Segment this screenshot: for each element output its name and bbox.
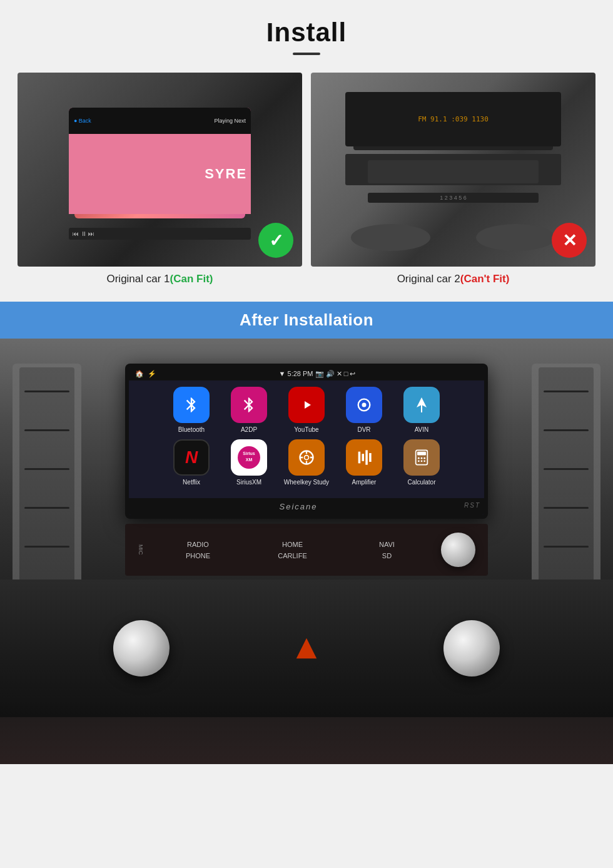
avin-label: AVIN bbox=[415, 426, 429, 433]
brand-bar: Seicane RST bbox=[129, 498, 484, 515]
siriusxm-icon-img: Sirius XM bbox=[231, 439, 267, 476]
app-avin[interactable]: AVIN bbox=[396, 387, 447, 433]
a2dp-label: A2DP bbox=[241, 426, 257, 433]
status-left: 🏠 ⚡ bbox=[135, 370, 156, 378]
right-knob-large[interactable] bbox=[443, 620, 500, 677]
interior-bottom bbox=[0, 580, 613, 717]
amplifier-icon-img bbox=[346, 439, 382, 476]
car1-badge: ✓ bbox=[258, 223, 293, 258]
svg-text:XM: XM bbox=[246, 457, 253, 462]
car1-image-wrapper: ● Back Playing Next SYRE ⏮ ⏸ ⏭ ✓ bbox=[18, 73, 302, 267]
home-btn[interactable]: HOME bbox=[248, 541, 337, 548]
screen: 🏠 ⚡ ▼ 5:28 PM 📷 🔊 ✕ □ ↩ bbox=[129, 367, 484, 515]
dvr-label: DVR bbox=[357, 426, 370, 433]
signal-icon: ▼ bbox=[279, 370, 288, 377]
rst-label: RST bbox=[464, 502, 480, 509]
page-title: Install bbox=[0, 18, 613, 48]
app-row-1: Bluetooth A2DP YouTube bbox=[138, 387, 475, 433]
svg-text:Sirius: Sirius bbox=[243, 451, 255, 456]
netflix-icon-img: N bbox=[173, 439, 210, 476]
app-youtube[interactable]: YouTube bbox=[281, 387, 332, 433]
calculator-label: Calculator bbox=[407, 479, 435, 486]
page-header: Install bbox=[0, 0, 613, 61]
phone-btn[interactable]: PHONE bbox=[154, 552, 242, 559]
app-netflix[interactable]: N Netflix bbox=[166, 439, 217, 486]
status-time: 5:28 PM bbox=[288, 370, 313, 377]
sd-btn[interactable]: SD bbox=[343, 552, 431, 559]
svg-point-19 bbox=[418, 457, 420, 459]
head-unit: 🏠 ⚡ ▼ 5:28 PM 📷 🔊 ✕ □ ↩ bbox=[125, 364, 488, 519]
app-calculator[interactable]: Calculator bbox=[396, 439, 447, 486]
svg-point-8 bbox=[305, 456, 309, 460]
car2-card: FM 91.1 :039 1130 CD RADIO AUX SCAN RPT … bbox=[311, 73, 595, 285]
controls-row: MIC RADIO HOME NAVI PHONE CARLIFE SD bbox=[125, 524, 488, 576]
after-installation-title: After Installation bbox=[240, 310, 373, 329]
svg-point-24 bbox=[423, 460, 425, 462]
left-knob-large[interactable] bbox=[113, 620, 170, 677]
car1-card: ● Back Playing Next SYRE ⏮ ⏸ ⏭ ✓ Origina… bbox=[18, 73, 302, 285]
title-underline bbox=[293, 53, 320, 55]
mic-label: MIC bbox=[138, 544, 144, 555]
status-center: ▼ 5:28 PM 📷 🔊 ✕ □ ↩ bbox=[279, 370, 356, 378]
svg-rect-13 bbox=[358, 452, 361, 464]
wheelkey-icon-img bbox=[288, 439, 325, 476]
amplifier-label: Amplifier bbox=[352, 479, 377, 486]
calculator-icon-img bbox=[403, 439, 440, 476]
after-installation-banner: After Installation bbox=[0, 302, 613, 339]
a2dp-icon-img bbox=[231, 387, 267, 423]
app-bluetooth[interactable]: Bluetooth bbox=[166, 387, 217, 433]
car2-badge: ✕ bbox=[552, 223, 587, 258]
brand-name: Seicane bbox=[280, 502, 318, 511]
svg-point-3 bbox=[362, 403, 367, 407]
svg-rect-16 bbox=[369, 453, 372, 462]
camera-icon: 📷 🔊 ✕ □ ↩ bbox=[315, 370, 356, 377]
home-icon[interactable]: 🏠 bbox=[135, 370, 144, 378]
right-knob[interactable] bbox=[441, 533, 475, 567]
youtube-label: YouTube bbox=[294, 426, 318, 433]
dvr-icon-img bbox=[346, 387, 382, 423]
lightning-icon: ⚡ bbox=[148, 370, 156, 378]
button-grid: RADIO HOME NAVI PHONE CARLIFE SD bbox=[154, 541, 431, 559]
app-wheelkey[interactable]: Wheelkey Study bbox=[281, 439, 332, 486]
netflix-label: Netflix bbox=[183, 479, 200, 486]
siriusxm-label: SiriusXM bbox=[236, 479, 261, 486]
app-area: Bluetooth A2DP YouTube bbox=[129, 380, 484, 498]
navi-btn[interactable]: NAVI bbox=[343, 541, 431, 548]
svg-rect-14 bbox=[362, 454, 365, 461]
car2-image-wrapper: FM 91.1 :039 1130 CD RADIO AUX SCAN RPT … bbox=[311, 73, 595, 267]
app-a2dp[interactable]: A2DP bbox=[223, 387, 275, 433]
center-controls bbox=[295, 637, 318, 660]
svg-point-20 bbox=[421, 457, 423, 459]
svg-point-22 bbox=[418, 460, 420, 462]
avin-icon-img bbox=[403, 387, 440, 423]
installation-photo: 🏠 ⚡ ▼ 5:28 PM 📷 🔊 ✕ □ ↩ bbox=[0, 339, 613, 764]
svg-rect-18 bbox=[417, 452, 426, 456]
app-dvr[interactable]: DVR bbox=[338, 387, 390, 433]
car2-label: Original car 2(Can't Fit) bbox=[397, 273, 510, 285]
car1-label: Original car 1(Can Fit) bbox=[106, 273, 213, 285]
status-bar: 🏠 ⚡ ▼ 5:28 PM 📷 🔊 ✕ □ ↩ bbox=[129, 367, 484, 380]
app-siriusxm[interactable]: Sirius XM SiriusXM bbox=[223, 439, 275, 486]
svg-rect-15 bbox=[365, 450, 368, 464]
svg-point-23 bbox=[421, 460, 423, 462]
svg-point-21 bbox=[423, 457, 425, 459]
wheelkey-label: Wheelkey Study bbox=[284, 479, 329, 486]
youtube-icon-img bbox=[288, 387, 325, 423]
bluetooth-label: Bluetooth bbox=[178, 426, 205, 433]
hazard-button[interactable] bbox=[295, 637, 318, 660]
comparison-section: ● Back Playing Next SYRE ⏮ ⏸ ⏭ ✓ Origina… bbox=[0, 61, 613, 285]
app-row-2: N Netflix Sirius XM SiriusXM bbox=[138, 439, 475, 486]
radio-btn[interactable]: RADIO bbox=[154, 541, 242, 548]
bluetooth-icon-img bbox=[173, 387, 210, 423]
app-amplifier[interactable]: Amplifier bbox=[338, 439, 390, 486]
carlife-btn[interactable]: CARLIFE bbox=[248, 552, 337, 559]
